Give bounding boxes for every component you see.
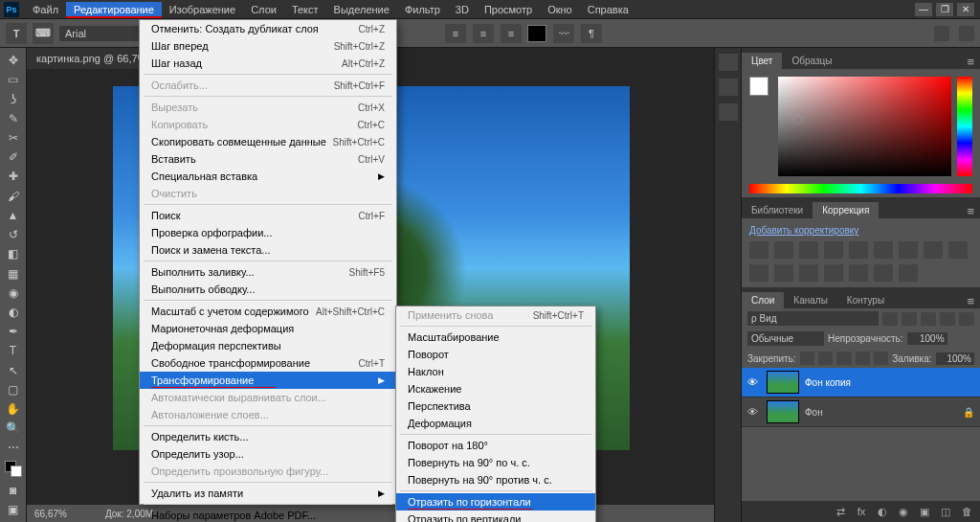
layer-visibility-icon[interactable]: 👁 xyxy=(747,376,761,388)
transform-menu-item-4[interactable]: Наклон xyxy=(396,363,595,380)
rectangle-tool[interactable]: ▢ xyxy=(3,381,24,398)
zoom-tool[interactable]: 🔍 xyxy=(3,420,24,437)
link-layers-icon[interactable]: ⇄ xyxy=(833,505,848,518)
edit-menu-item-10[interactable]: Специальная вставка▶ xyxy=(140,168,396,185)
layers-panel-menu-icon[interactable]: ≡ xyxy=(961,294,980,308)
color-panel-menu-icon[interactable]: ≡ xyxy=(961,55,980,69)
edit-menu-item-2[interactable]: Шаг назадAlt+Ctrl+Z xyxy=(140,55,396,72)
menu-слои[interactable]: Слои xyxy=(243,2,284,17)
layer-row-0[interactable]: 👁Фон копия xyxy=(742,368,980,397)
layer-thumbnail[interactable] xyxy=(767,400,799,423)
tab-layers[interactable]: Слои xyxy=(742,292,784,308)
font-family-select[interactable]: Arial xyxy=(59,26,145,41)
panel-toggle-2[interactable] xyxy=(959,26,974,41)
maximize-button[interactable]: ❐ xyxy=(936,3,953,16)
edit-menu-item-20[interactable]: Масштаб с учетом содержимогоAlt+Shift+Ct… xyxy=(140,303,396,320)
edit-menu-item-14[interactable]: Проверка орфографии... xyxy=(140,224,396,241)
gradient-tool[interactable]: ▦ xyxy=(3,264,24,282)
filter-text-icon[interactable] xyxy=(921,312,936,326)
adj-exposure-icon[interactable] xyxy=(824,241,843,259)
adj-posterize-icon[interactable] xyxy=(824,264,843,282)
foreground-color[interactable] xyxy=(749,77,768,96)
lasso-tool[interactable]: ʖ xyxy=(3,90,24,107)
lock-all-icon[interactable] xyxy=(874,352,888,365)
warp-text-button[interactable]: 〰 xyxy=(553,24,574,43)
lock-pos-icon[interactable] xyxy=(836,352,851,365)
new-group-icon[interactable]: ▣ xyxy=(917,505,932,518)
edit-menu-item-17[interactable]: Выполнить заливку...Shift+F5 xyxy=(140,263,396,281)
eraser-tool[interactable]: ◧ xyxy=(3,245,24,262)
adj-threshold-icon[interactable] xyxy=(849,264,868,282)
menu-редактирование[interactable]: Редактирование xyxy=(66,2,162,17)
transform-menu-item-14[interactable]: Отразить по вертикали xyxy=(396,511,595,522)
filter-smart-icon[interactable] xyxy=(959,312,974,326)
brush-tool[interactable]: 🖌 xyxy=(3,188,24,205)
tab-paths[interactable]: Контуры xyxy=(837,292,894,308)
quickmask-toggle[interactable]: ◙ xyxy=(3,481,24,498)
edit-menu-item-32[interactable]: Удалить из памяти▶ xyxy=(140,485,396,502)
filter-image-icon[interactable] xyxy=(882,312,898,326)
adj-curves-icon[interactable] xyxy=(799,241,818,259)
blur-tool[interactable]: ◉ xyxy=(3,284,24,302)
menu-файл[interactable]: Файл xyxy=(25,2,66,17)
adj-huesat-icon[interactable] xyxy=(874,241,893,259)
menu-фильтр[interactable]: Фильтр xyxy=(397,2,448,17)
adj-vibrance-icon[interactable] xyxy=(849,241,868,259)
close-button[interactable]: ✕ xyxy=(957,3,974,16)
healing-tool[interactable]: ✚ xyxy=(3,168,24,185)
tool-preset-icon[interactable]: ⌨ xyxy=(33,23,54,44)
layer-fx-icon[interactable]: fx xyxy=(854,505,869,518)
align-center-button[interactable]: ≡ xyxy=(473,24,494,43)
crop-tool[interactable]: ✂ xyxy=(3,129,24,147)
edit-menu-item-15[interactable]: Поиск и замена текста... xyxy=(140,241,396,259)
quick-select-tool[interactable]: ✎ xyxy=(3,110,24,127)
properties-panel-icon[interactable] xyxy=(719,79,738,96)
blend-mode-select[interactable]: Обычные xyxy=(747,331,824,346)
pen-tool[interactable]: ✒ xyxy=(3,323,24,340)
filter-adj-icon[interactable] xyxy=(902,312,917,326)
adj-chanmix-icon[interactable] xyxy=(749,264,768,282)
hand-tool[interactable]: ✋ xyxy=(3,400,24,418)
edit-menu-item-29[interactable]: Определить узор... xyxy=(140,445,396,463)
menu-текст[interactable]: Текст xyxy=(284,2,326,17)
edit-menu-item-21[interactable]: Марионеточная деформация xyxy=(140,320,396,337)
adj-photofilter-icon[interactable] xyxy=(948,241,968,259)
dodge-tool[interactable]: ◐ xyxy=(3,304,24,321)
menu-окно[interactable]: Окно xyxy=(540,2,580,17)
stamp-tool[interactable]: ▲ xyxy=(3,207,24,224)
move-tool[interactable]: ✥ xyxy=(3,52,24,69)
transform-menu-item-10[interactable]: Повернуть на 90° по ч. с. xyxy=(396,454,595,471)
adj-lookup-icon[interactable] xyxy=(774,264,793,282)
spectrum-strip[interactable] xyxy=(749,184,972,193)
edit-menu-item-22[interactable]: Деформация перспективы xyxy=(140,337,396,354)
edit-menu-item-23[interactable]: Свободное трансформированиеCtrl+T xyxy=(140,354,396,372)
transform-menu-item-11[interactable]: Повернуть на 90° против ч. с. xyxy=(396,471,595,488)
adj-gradmap-icon[interactable] xyxy=(874,264,893,282)
align-left-button[interactable]: ≡ xyxy=(445,24,466,43)
edit-menu-item-9[interactable]: ВставитьCtrl+V xyxy=(140,150,396,168)
delete-layer-icon[interactable]: 🗑 xyxy=(959,505,974,518)
lock-nest-icon[interactable] xyxy=(856,352,870,365)
path-select-tool[interactable]: ↖ xyxy=(3,362,24,379)
edit-menu-item-18[interactable]: Выполнить обводку... xyxy=(140,281,396,298)
zoom-level[interactable]: 66,67% xyxy=(34,509,67,519)
new-adj-layer-icon[interactable]: ◉ xyxy=(896,505,911,518)
adj-bw-icon[interactable] xyxy=(924,241,943,259)
tab-libraries[interactable]: Библиотеки xyxy=(742,202,813,218)
layer-row-1[interactable]: 👁Фон🔒 xyxy=(742,397,980,427)
type-tool[interactable]: T xyxy=(3,342,24,359)
text-color-swatch[interactable] xyxy=(527,25,546,42)
color-swatches[interactable] xyxy=(3,459,24,480)
fill-input[interactable]: 100% xyxy=(936,352,974,365)
layer-visibility-icon[interactable]: 👁 xyxy=(747,406,761,418)
edit-menu-item-28[interactable]: Определить кисть... xyxy=(140,428,396,445)
screenmode-toggle[interactable]: ▣ xyxy=(3,501,24,518)
marquee-tool[interactable]: ▭ xyxy=(3,71,24,88)
transform-menu-item-5[interactable]: Искажение xyxy=(396,380,595,397)
adj-colorbal-icon[interactable] xyxy=(899,241,918,259)
edit-menu-item-34[interactable]: Наборы параметров Adobe PDF... xyxy=(140,507,396,522)
menu-изображение[interactable]: Изображение xyxy=(162,2,243,17)
new-layer-icon[interactable]: ◫ xyxy=(938,505,953,518)
menu-выделение[interactable]: Выделение xyxy=(326,2,397,17)
edit-menu-item-13[interactable]: ПоискCtrl+F xyxy=(140,207,396,224)
